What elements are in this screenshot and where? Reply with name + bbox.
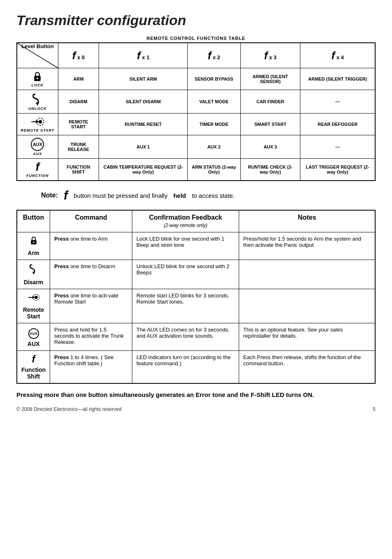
svg-marker-12 [32, 296, 35, 299]
remote-cell-0-4: ARMED (SILENT TRIGGER) [300, 68, 375, 90]
col-header-f3: f x 3 [240, 43, 300, 68]
note-f-icon: f [64, 188, 68, 202]
bottom-conf-1: Unlock LED blink for one second with 2 B… [132, 260, 239, 289]
bottom-conf-0: Lock LED blink for one second with 1 Bee… [132, 232, 239, 260]
remote-cell-2-1: RUNTIME RESET [99, 114, 187, 135]
copyright: © 2008 Directed Electronics—all rights r… [16, 406, 122, 412]
bottom-notes-2 [239, 289, 375, 323]
remote-cell-4-4: LAST TRIGGER REQUEST (2-way Only) [300, 159, 375, 181]
svg-marker-9 [32, 272, 35, 275]
note-suffix: to access state. [192, 192, 235, 199]
bottom-cmd-2: Press one time to acti-vate Remote Start [50, 289, 132, 323]
bottom-header-confirmation: Confirmation Feedback (2-way remote only… [132, 210, 239, 232]
remote-cell-1-1: SILENT DISARM [99, 90, 187, 114]
remote-icon-aux: AUXAUX [17, 135, 58, 159]
bottom-conf-4: LED indicators turn on (according to the… [132, 351, 239, 384]
footer-note: Pressing more than one button simultaneo… [16, 390, 376, 400]
bottom-notes-4: Each Press then release, shifts the func… [239, 351, 375, 384]
remote-cell-1-3: CAR FINDER [240, 90, 300, 114]
remote-cell-4-3: RUNTIME CHECK (2-way Only) [240, 159, 300, 181]
remote-functions-table: Level Button f x 0 f x 1 f x 2 f x 3 f x… [16, 42, 376, 181]
remote-cell-0-3: ARMED (SILENT SENSOR) [240, 68, 300, 90]
bottom-notes-1 [239, 260, 375, 289]
footer-copy: © 2008 Directed Electronics—all rights r… [16, 406, 376, 412]
col-header-f1: f x 1 [99, 43, 187, 68]
remote-icon-lock: LOCK [17, 68, 58, 90]
bottom-cmd-1: Press one time to Disarm [50, 260, 132, 289]
table-section-title: REMOTE CONTROL FUNCTIONS TABLE [16, 36, 376, 41]
bottom-cmd-3: Press and hold for 1.5 seconds to activa… [50, 323, 132, 351]
svg-point-5 [39, 120, 42, 124]
svg-rect-8 [33, 242, 35, 243]
svg-line-0 [17, 43, 58, 68]
svg-point-11 [35, 296, 38, 299]
svg-marker-3 [36, 102, 39, 106]
bottom-header-notes: Notes [239, 210, 375, 232]
bottom-btn-function: fFunctionShift [17, 351, 50, 384]
bottom-cmd-0: Press one time to Arm [50, 232, 132, 260]
bottom-notes-3: This is an optional feature. See your sa… [239, 323, 375, 351]
bottom-btn-remote_start: RemoteStart [17, 289, 50, 323]
col-header-f4: f x 4 [300, 43, 375, 68]
remote-icon-unlock: UNLOCK [17, 90, 58, 114]
bottom-header-button: Button [17, 210, 50, 232]
remote-cell-3-2: AUX 2 [187, 135, 240, 159]
page-title: Transmitter configuration [16, 12, 376, 28]
remote-cell-3-0: TRUNK RELEASE [58, 135, 99, 159]
note-bold: held [173, 192, 186, 199]
bottom-header-command: Command [50, 210, 132, 232]
remote-cell-3-1: AUX 1 [99, 135, 187, 159]
remote-cell-1-0: DISARM [58, 90, 99, 114]
remote-cell-2-2: TIMER MODE [187, 114, 240, 135]
remote-cell-4-2: ARM STATUS (2-way Only) [187, 159, 240, 181]
remote-cell-2-3: SMART START [240, 114, 300, 135]
remote-icon-remote_start: REMOTE START [17, 114, 58, 135]
remote-cell-0-1: SILENT ARM [99, 68, 187, 90]
remote-cell-4-1: CABIN TEMPERATURE REQUEST (2-way Only) [99, 159, 187, 181]
col-header-f0: f x 0 [58, 43, 99, 68]
bottom-btn-aux: AUXAUX [17, 323, 50, 351]
remote-cell-3-3: AUX 3 [240, 135, 300, 159]
note-line: Note: f button must be pressed and final… [41, 188, 376, 202]
remote-cell-3-4: — [300, 135, 375, 159]
remote-cell-0-2: SENSOR BYPASS [187, 68, 240, 90]
remote-cell-1-4: — [300, 90, 375, 114]
svg-rect-2 [37, 78, 39, 79]
remote-cell-1-2: VALET MODE [187, 90, 240, 114]
bottom-table: Button Command Confirmation Feedback (2-… [16, 210, 376, 384]
remote-cell-2-4: REAR DEFOGGER [300, 114, 375, 135]
bottom-cmd-4: Press 1 to 4 times. ( See Function shift… [50, 351, 132, 384]
remote-icon-function: fFUNCTION [17, 159, 58, 181]
bottom-notes-0: Press/hold for 1.5 seconds to Arm the sy… [239, 232, 375, 260]
remote-cell-4-0: FUNCTION SHIFT [58, 159, 99, 181]
remote-cell-2-0: REMOTE START [58, 114, 99, 135]
bottom-conf-3: The AUX LED comes on for 3 seconds, and … [132, 323, 239, 351]
bottom-btn-lock: Arm [17, 232, 50, 260]
bottom-btn-unlock: Disarm [17, 260, 50, 289]
svg-marker-6 [36, 120, 39, 124]
bottom-conf-2: Remote start LED blinks for 3 seconds, R… [132, 289, 239, 323]
note-middle: button must be pressed and finally [74, 192, 167, 199]
note-prefix: Note: [41, 192, 58, 199]
col-header-f2: f x 2 [187, 43, 240, 68]
remote-cell-0-0: ARM [58, 68, 99, 90]
page-number: 5 [373, 406, 376, 412]
